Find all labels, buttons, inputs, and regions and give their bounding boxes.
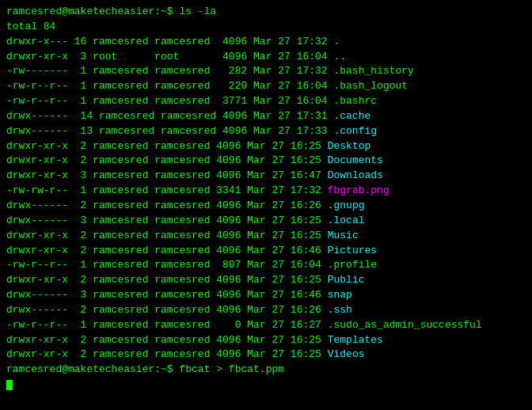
terminal-line: drwx------ 3 ramcesred ramcesred 4096 Ma… <box>6 288 526 303</box>
terminal-line: total 84 <box>6 20 526 35</box>
terminal-line: drwxr-xr-x 2 ramcesred ramcesred 4096 Ma… <box>6 347 526 363</box>
terminal-window: ramcesred@maketecheasier:~$ ls -latotal … <box>6 5 526 405</box>
terminal-line: drwxr-xr-x 2 ramcesred ramcesred 4096 Ma… <box>6 154 526 169</box>
terminal-line: -rw-r--r-- 1 ramcesred ramcesred 220 Mar… <box>6 79 526 94</box>
terminal-line: drwx------ 3 ramcesred ramcesred 4096 Ma… <box>6 214 526 229</box>
terminal-line: -rw-r--r-- 1 ramcesred ramcesred 3771 Ma… <box>6 94 526 109</box>
terminal-line: drwx------ 13 ramcesred ramcesred 4096 M… <box>6 124 526 139</box>
terminal-line: drwx------ 14 ramcesred ramcesred 4096 M… <box>6 109 526 124</box>
terminal-line: drwxr-xr-x 3 root root 4096 Mar 27 16:04… <box>6 50 526 65</box>
terminal-line: drwx------ 2 ramcesred ramcesred 4096 Ma… <box>6 303 526 318</box>
terminal-line: drwxr-xr-x 2 ramcesred ramcesred 4096 Ma… <box>6 273 526 288</box>
terminal-line: drwxr-xr-x 2 ramcesred ramcesred 4096 Ma… <box>6 139 526 154</box>
terminal-line: drwxr-x--- 16 ramcesred ramcesred 4096 M… <box>6 35 526 50</box>
terminal-line: -rw-r--r-- 1 ramcesred ramcesred 0 Mar 2… <box>6 318 526 333</box>
terminal-line: ramcesred@maketecheasier:~$ fbcat > fbca… <box>6 363 526 378</box>
terminal-line: drwxr-xr-x 2 ramcesred ramcesred 4096 Ma… <box>6 244 526 259</box>
terminal-line: drwxr-xr-x 3 ramcesred ramcesred 4096 Ma… <box>6 169 526 184</box>
terminal-line: -rw------- 1 ramcesred ramcesred 282 Mar… <box>6 64 526 79</box>
terminal-line: drwxr-xr-x 2 ramcesred ramcesred 4096 Ma… <box>6 229 526 244</box>
terminal-line: -rw-r--r-- 1 ramcesred ramcesred 807 Mar… <box>6 258 526 273</box>
terminal-line: drwxr-xr-x 2 ramcesred ramcesred 4096 Ma… <box>6 333 526 348</box>
terminal-line: -rw-rw-r-- 1 ramcesred ramcesred 3341 Ma… <box>6 184 526 199</box>
terminal-line <box>6 378 526 393</box>
terminal-line: ramcesred@maketecheasier:~$ ls -la <box>6 5 526 20</box>
terminal-line: drwx------ 2 ramcesred ramcesred 4096 Ma… <box>6 199 526 214</box>
